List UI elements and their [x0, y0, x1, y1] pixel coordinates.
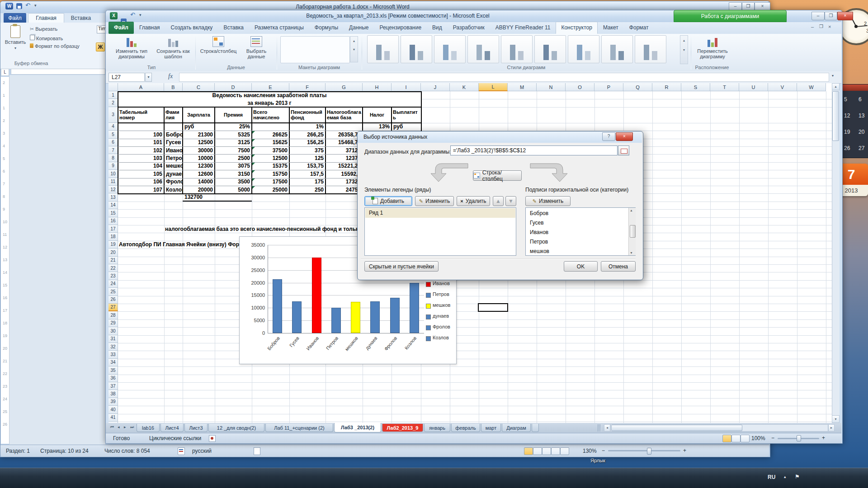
sheet-cell[interactable]: Ведомость начисления заработной платы [118, 91, 421, 99]
sheet-nav-next-icon[interactable]: ▸ [124, 425, 126, 429]
axis-labels-list[interactable]: БобровГусевИвановПетровмешков [525, 207, 636, 256]
sheet-cell[interactable]: 14000 [183, 178, 215, 186]
word-tab-selector[interactable]: L [1, 69, 9, 76]
row-header-11[interactable]: 11 [108, 178, 118, 186]
axis-category-item[interactable]: Иванов [526, 228, 635, 237]
axis-scroll-up-icon[interactable]: ▲ [630, 209, 633, 212]
word-status-words[interactable]: Число слов: 8 054 [104, 448, 150, 454]
sheet-tab-6[interactable]: Лаб3 _2013(2) [334, 423, 381, 432]
sheet-tab-8[interactable]: январь [424, 424, 450, 432]
sheet-cell[interactable]: 12500 [183, 139, 215, 146]
sheet-cell[interactable]: Гусев [164, 139, 183, 146]
chart-bar-Козлов[interactable] [410, 283, 419, 333]
axis-category-item[interactable]: Петров [526, 237, 635, 247]
axis-scroll-down-icon[interactable]: ▼ [630, 251, 633, 254]
table-header-G[interactable]: Налогооблагаемая база [326, 107, 363, 123]
column-header-O[interactable]: O [566, 83, 594, 91]
sheet-tab-3[interactable]: Лист3 [184, 424, 208, 432]
row-header-28[interactable]: 28 [108, 311, 118, 319]
column-header-J[interactable]: J [421, 83, 450, 91]
sheet-cell[interactable]: 25000 [252, 186, 289, 193]
word-view-web[interactable] [542, 447, 551, 455]
save-as-template-button[interactable]: Сохранить как шаблон [153, 36, 193, 68]
sheet-cell[interactable]: 2500 [215, 154, 252, 162]
row-header-13[interactable]: 13 [108, 193, 118, 201]
sheet-cell[interactable]: 13% [363, 123, 392, 131]
active-cell-selection[interactable] [478, 303, 508, 312]
row-header-5[interactable]: 5 [108, 131, 118, 138]
dialog-cancel-button[interactable]: Отмена [601, 261, 636, 272]
excel-ribbon-tab-2[interactable]: Главная [134, 22, 165, 34]
word-status-page[interactable]: Страница: 10 из 24 [40, 448, 89, 454]
excel-ribbon-tab-7[interactable]: Данные [344, 22, 374, 34]
tab-splitter-handle[interactable] [598, 424, 601, 432]
sheet-tab-2[interactable]: Лист4 [160, 424, 184, 432]
word-zoom-in[interactable]: + [683, 447, 686, 454]
workbook-restore-icon[interactable]: ❐ [819, 24, 823, 29]
sheet-cell[interactable]: 104 [118, 162, 164, 170]
sheet-cell[interactable]: 7500 [215, 146, 252, 154]
spellcheck-icon[interactable] [178, 447, 185, 455]
name-box-dropdown-icon[interactable]: ▾ [145, 73, 152, 82]
row-header-24[interactable]: 24 [108, 280, 118, 288]
chart-style-thumbnail[interactable] [501, 35, 533, 63]
row-header-39[interactable]: 39 [108, 398, 118, 406]
sheet-cell[interactable]: мешков [164, 162, 183, 170]
column-header-I[interactable]: I [392, 83, 421, 91]
row-header-3[interactable]: 3 [108, 107, 118, 123]
sheet-cell[interactable]: дунаев [164, 170, 183, 178]
sheet-cell[interactable]: 175 [289, 178, 326, 186]
word-zoom-slider-thumb[interactable] [647, 448, 651, 455]
word-view-print-layout[interactable] [524, 447, 533, 455]
hidden-empty-cells-button[interactable]: Скрытые и пустые ячейки [364, 261, 439, 272]
word-tab-1[interactable]: Файл [4, 13, 26, 23]
excel-ribbon-tab-3[interactable]: Создать вкладку [165, 22, 218, 34]
row-header-23[interactable]: 23 [108, 272, 118, 280]
excel-ribbon-tab-6[interactable]: Формулы [309, 22, 344, 34]
chart-bar-Гусев[interactable] [292, 301, 302, 333]
sheet-cell[interactable]: 101 [118, 139, 164, 146]
table-header-F[interactable]: Пенсионный фонд [289, 107, 326, 123]
sheet-cell[interactable]: Иванов [164, 146, 183, 154]
range-picker-button[interactable] [618, 145, 629, 155]
row-header-29[interactable]: 29 [108, 319, 118, 327]
sheet-cell[interactable]: 3500 [215, 178, 252, 186]
sheet-cell[interactable]: 37500 [252, 146, 289, 154]
chart-bar-Петров[interactable] [331, 308, 341, 333]
tray-language[interactable]: RU [768, 474, 775, 480]
row-header-27[interactable]: 27 [108, 304, 118, 311]
column-header-Q[interactable]: Q [623, 83, 652, 91]
table-header-E[interactable]: Всего начислено [252, 107, 289, 123]
data-range-input[interactable]: ='Лаб3 _2013(2)'!$B$5:$C$12 [450, 145, 618, 155]
dialog-move-up-button[interactable]: ▲ [493, 196, 504, 206]
chart-style-thumbnail[interactable] [367, 35, 399, 63]
row-header-22[interactable]: 22 [108, 264, 118, 272]
excel-zoom-level[interactable]: 100% [751, 435, 765, 441]
sheet-cell[interactable]: 107 [118, 186, 164, 193]
word-bold-button[interactable]: Ж [96, 42, 105, 52]
sheet-cell[interactable]: 1% [289, 123, 326, 131]
row-header-32[interactable]: 32 [108, 343, 118, 351]
column-header-P[interactable]: P [594, 83, 623, 91]
excel-ribbon-tab-11[interactable]: ABBYY FineReader 11 [490, 22, 556, 34]
column-header-T[interactable]: T [710, 83, 739, 91]
insert-sheet-tab[interactable] [532, 424, 539, 432]
row-header-14[interactable]: 14 [108, 202, 118, 209]
excel-zoom-in[interactable]: + [822, 435, 825, 441]
column-header-K[interactable]: K [450, 83, 479, 91]
column-header-B[interactable]: B [164, 83, 183, 91]
dialog-close-button[interactable]: × [616, 132, 633, 141]
excel-ribbon-tab-8[interactable]: Рецензирование [374, 22, 427, 34]
sheet-cell[interactable]: 15375 [252, 162, 289, 170]
sheet-cell[interactable]: 30000 [183, 146, 215, 154]
sheet-tab-9[interactable]: февраль [451, 424, 480, 432]
sheet-nav-prev-icon[interactable]: ◂ [118, 425, 120, 429]
column-header-U[interactable]: U [739, 83, 768, 91]
tray-show-hidden-icon[interactable]: ▴ [784, 474, 786, 479]
row-header-16[interactable]: 16 [108, 217, 118, 225]
excel-close-button[interactable]: × [837, 12, 853, 20]
dialog-edit-button[interactable]: ✎Изменить [415, 196, 454, 206]
sheet-tab-4[interactable]: 12 _для сводн(2) [208, 424, 264, 432]
row-header-18[interactable]: 18 [108, 233, 118, 240]
sheet-tab-10[interactable]: март [481, 424, 501, 432]
